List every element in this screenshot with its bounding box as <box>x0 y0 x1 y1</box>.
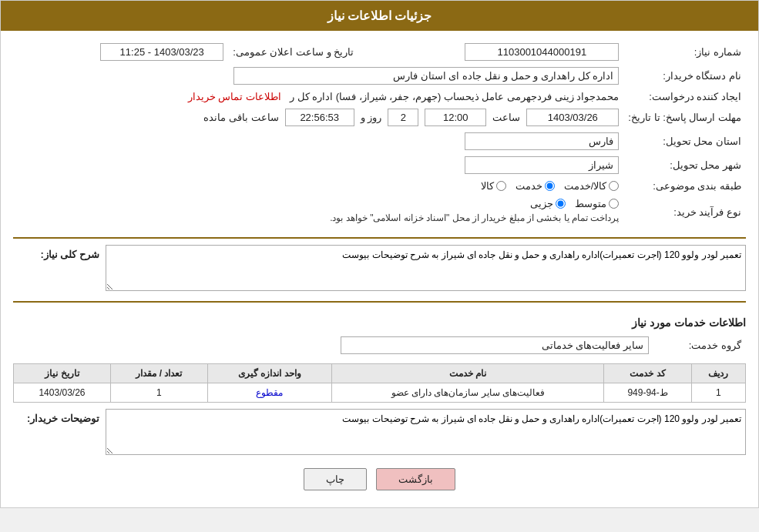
cell-service_code: ط-94-949 <box>604 383 691 403</box>
hours-label: ساعت باقی مانده <box>203 112 278 123</box>
purchase-type-value: متوسط جزیی پرداخت تمام یا بخشی از مبلغ خ… <box>13 195 623 229</box>
back-button[interactable]: بازگشت <box>376 468 455 490</box>
basic-info-table: شماره نیاز: 1103001044000191 تاریخ و ساع… <box>13 40 746 229</box>
need-number-value: 1103001044000191 <box>358 40 623 64</box>
page-wrapper: جزئیات اطلاعات نیاز شماره نیاز: 11030010… <box>0 0 759 508</box>
deadline-label: مهلت ارسال پاسخ: تا تاریخ: <box>623 105 746 129</box>
need-number-box: 1103001044000191 <box>465 43 619 61</box>
city-value: شیراز <box>13 153 623 177</box>
services-table: ردیف کد خدمت نام خدمت واحد اندازه گیری ت… <box>13 363 746 403</box>
buyer-desc-wrapper <box>106 409 746 457</box>
radio-service[interactable]: خدمت <box>516 180 555 192</box>
deadline-date-box: 1403/03/26 <box>526 109 619 126</box>
radio-goods-input[interactable] <box>496 181 506 191</box>
col-quantity: تعداد / مقدار <box>110 364 207 383</box>
buyer-org-label: نام دستگاه خریدار: <box>623 64 746 88</box>
need-desc-section: شرح کلی نیاز: <box>13 237 746 293</box>
need-desc-label: شرح کلی نیاز: <box>13 245 106 260</box>
province-box: فارس <box>465 132 619 150</box>
radio-part-input[interactable] <box>556 199 566 209</box>
cell-row: 1 <box>691 383 745 403</box>
need-desc-value <box>106 245 746 293</box>
province-value: فارس <box>13 129 623 153</box>
deadline-days-box: 2 <box>388 109 418 126</box>
col-unit: واحد اندازه گیری <box>207 364 331 383</box>
radio-service-label: خدمت <box>516 180 542 192</box>
col-row: ردیف <box>691 364 745 383</box>
cell-need_date: 1403/03/26 <box>14 383 111 403</box>
radio-medium-input[interactable] <box>609 199 619 209</box>
radio-goods-service[interactable]: کالا/خدمت <box>564 180 620 192</box>
service-group-table: گروه خدمت: سایر فعالیت‌های خدماتی <box>13 333 746 357</box>
service-info-title: اطلاعات خدمات مورد نیاز <box>13 316 746 329</box>
category-value: کالا/خدمت خدمت کالا <box>13 177 623 195</box>
col-service-code: کد خدمت <box>604 364 691 383</box>
radio-goods-label: کالا <box>481 180 494 192</box>
city-box: شیراز <box>465 156 619 174</box>
province-label: استان محل تحویل: <box>623 129 746 153</box>
requester-contact-link[interactable]: اطلاعات تماس خریدار <box>188 91 281 102</box>
col-service-name: نام خدمت <box>331 364 603 383</box>
radio-service-input[interactable] <box>545 181 555 191</box>
col-need-date: تاریخ نیاز <box>14 364 111 383</box>
date-time-value: 1403/03/23 - 11:25 <box>13 40 228 64</box>
buyer-desc-section: توضیحات خریدار: <box>13 409 746 457</box>
button-row: بازگشت چاپ <box>13 468 746 490</box>
radio-medium[interactable]: متوسط <box>575 198 619 209</box>
requester-value: محمدجواد زینی فردجهرمی عامل ذیحساب (جهرم… <box>13 88 623 105</box>
date-time-box: 1403/03/23 - 11:25 <box>100 43 223 61</box>
service-group-value: سایر فعالیت‌های خدماتی <box>13 333 653 357</box>
need-number-label: شماره نیاز: <box>623 40 746 64</box>
radio-medium-label: متوسط <box>575 198 606 209</box>
table-row: 1ط-94-949فعالیت‌های سایر سازمان‌های دارا… <box>14 383 746 403</box>
days-label: روز و <box>361 112 382 123</box>
deadline-time-box: 12:00 <box>425 109 486 126</box>
content-area: شماره نیاز: 1103001044000191 تاریخ و ساع… <box>1 31 758 507</box>
service-info-section: اطلاعات خدمات مورد نیاز <box>13 301 746 329</box>
cell-unit: مقطوع <box>207 383 331 403</box>
service-group-label: گروه خدمت: <box>653 333 746 357</box>
purchase-type-label: نوع فرآیند خرید: <box>623 195 746 229</box>
service-group-box: سایر فعالیت‌های خدماتی <box>341 336 649 354</box>
page-header: جزئیات اطلاعات نیاز <box>1 1 758 31</box>
date-time-label: تاریخ و ساعت اعلان عمومی: <box>228 40 358 64</box>
radio-part[interactable]: جزیی <box>530 198 566 209</box>
deadline-value: 1403/03/26 ساعت 12:00 2 روز و 22:56:53 س… <box>13 105 623 129</box>
time-label: ساعت <box>492 112 520 123</box>
page-title: جزئیات اطلاعات نیاز <box>327 9 432 22</box>
requester-label: ایجاد کننده درخواست: <box>623 88 746 105</box>
buyer-desc-textarea[interactable] <box>106 409 746 455</box>
buyer-org-box: اداره کل راهداری و حمل و نقل جاده ای است… <box>233 67 619 85</box>
buyer-desc-label: توضیحات خریدار: <box>13 409 106 424</box>
services-tbody: 1ط-94-949فعالیت‌های سایر سازمان‌های دارا… <box>14 383 746 403</box>
buyer-org-value: اداره کل راهداری و حمل و نقل جاده ای است… <box>13 64 623 88</box>
cell-service_name: فعالیت‌های سایر سازمان‌های دارای عضو <box>331 383 603 403</box>
radio-goods[interactable]: کالا <box>481 180 506 192</box>
radio-part-label: جزیی <box>530 198 553 209</box>
cell-quantity: 1 <box>110 383 207 403</box>
radio-goods-service-label: کالا/خدمت <box>564 180 607 192</box>
city-label: شهر محل تحویل: <box>623 153 746 177</box>
need-desc-textarea[interactable] <box>106 245 746 291</box>
deadline-remaining-box: 22:56:53 <box>285 109 354 126</box>
buyer-desc-value <box>106 409 746 457</box>
need-desc-wrapper <box>106 245 746 293</box>
print-button[interactable]: چاپ <box>304 468 367 490</box>
purchase-notice: پرداخت تمام یا بخشی از مبلغ خریدار از مح… <box>18 212 619 223</box>
category-label: طبقه بندی موضوعی: <box>623 177 746 195</box>
requester-name: محمدجواد زینی فردجهرمی عامل ذیحساب (جهرم… <box>290 91 619 102</box>
radio-goods-service-input[interactable] <box>609 181 619 191</box>
